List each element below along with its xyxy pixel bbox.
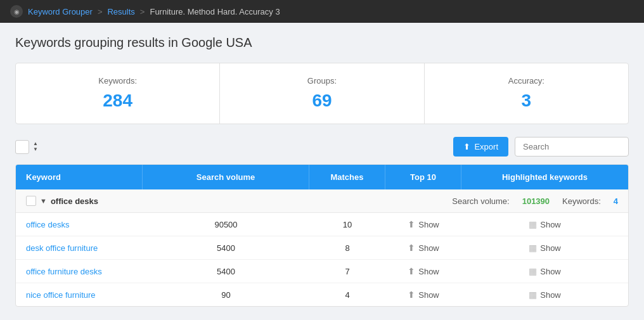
col-search-volume: Search volume (143, 165, 309, 189)
breadcrumb: ◉ Keyword Grouper > Results > Furniture.… (0, 0, 644, 23)
top10-show-label: Show (418, 220, 439, 229)
image-icon: ▦ (529, 290, 537, 300)
group-search-volume-label: Search volume: (452, 196, 509, 206)
stat-accuracy: Accuracy: 3 (425, 63, 628, 124)
keyword-link[interactable]: office desks (26, 220, 69, 229)
table-row: office furniture desks 5400 7 ⬆ Show ▦ S… (16, 260, 628, 283)
export-icon: ⬆ (463, 142, 470, 151)
cell-search-volume: 5400 (143, 237, 309, 259)
cell-highlighted[interactable]: ▦ Show (461, 283, 628, 306)
upload-icon: ⬆ (408, 219, 415, 229)
upload-icon: ⬆ (408, 243, 415, 253)
table-row: nice office furniture 90 4 ⬆ Show ▦ Show (16, 283, 628, 306)
main-content: Keywords grouping results in Google USA … (0, 23, 644, 319)
top10-show-btn[interactable]: ⬆ Show (396, 243, 451, 253)
cell-keyword: nice office furniture (16, 284, 143, 306)
group-search-volume-value: 101390 (522, 196, 550, 206)
breadcrumb-current: Furniture. Method Hard. Accuracy 3 (150, 7, 280, 16)
nav-icon: ◉ (10, 5, 23, 18)
top10-show-label: Show (418, 267, 439, 276)
table-header: Keyword Search volume Matches Top 10 Hig… (16, 165, 628, 189)
breadcrumb-sep2: > (140, 7, 145, 16)
export-label: Export (474, 142, 498, 151)
highlighted-show-btn[interactable]: ▦ Show (472, 266, 618, 276)
image-icon: ▦ (529, 219, 537, 229)
col-top10: Top 10 (385, 165, 461, 189)
group-meta: Search volume: 101390 Keywords: 4 (452, 196, 618, 206)
sort-arrows[interactable]: ▲ ▼ (33, 141, 38, 152)
cell-keyword: office furniture desks (16, 260, 143, 283)
stat-keywords: Keywords: 284 (16, 63, 220, 124)
keyword-link[interactable]: office furniture desks (26, 267, 102, 276)
stat-groups: Groups: 69 (220, 63, 424, 124)
group-keywords-label: Keywords: (562, 196, 601, 206)
cell-search-volume: 5400 (143, 260, 309, 283)
table-row: desk office furniture 5400 8 ⬆ Show ▦ Sh… (16, 236, 628, 260)
col-highlighted: Highlighted keywords (461, 165, 628, 189)
upload-icon: ⬆ (408, 290, 415, 300)
toolbar-right: ⬆ Export (453, 137, 629, 157)
group-arrow-icon[interactable]: ▼ (40, 197, 47, 205)
stats-card: Keywords: 284 Groups: 69 Accuracy: 3 (15, 63, 629, 124)
stat-groups-value: 69 (233, 91, 411, 111)
highlighted-show-label: Show (540, 267, 561, 276)
highlighted-show-label: Show (540, 290, 561, 300)
top10-show-btn[interactable]: ⬆ Show (396, 219, 451, 229)
group-header: ▼ office desks Search volume: 101390 Key… (16, 189, 628, 213)
select-all-checkbox[interactable] (15, 140, 29, 154)
breadcrumb-root[interactable]: Keyword Grouper (28, 7, 93, 16)
highlighted-show-label: Show (540, 243, 561, 253)
table-row: office desks 90500 10 ⬆ Show ▦ Show (16, 213, 628, 236)
highlighted-show-btn[interactable]: ▦ Show (472, 290, 618, 300)
cell-matches: 10 (309, 214, 385, 236)
cell-highlighted[interactable]: ▦ Show (461, 236, 628, 259)
highlighted-show-btn[interactable]: ▦ Show (472, 243, 618, 253)
cell-highlighted[interactable]: ▦ Show (461, 260, 628, 283)
stat-accuracy-label: Accuracy: (437, 76, 615, 86)
toolbar-left: ▲ ▼ (15, 140, 38, 154)
group-name: office desks (51, 196, 98, 206)
image-icon: ▦ (529, 266, 537, 276)
stat-accuracy-value: 3 (437, 91, 615, 111)
toolbar: ▲ ▼ ⬆ Export (15, 137, 629, 157)
cell-search-volume: 90500 (143, 214, 309, 236)
highlighted-show-btn[interactable]: ▦ Show (472, 219, 618, 229)
page-title: Keywords grouping results in Google USA (15, 35, 629, 50)
keyword-link[interactable]: nice office furniture (26, 290, 96, 300)
sort-down-icon: ▼ (33, 147, 38, 152)
keyword-link[interactable]: desk office furniture (26, 243, 98, 253)
top10-show-label: Show (418, 290, 439, 300)
cell-top10[interactable]: ⬆ Show (385, 260, 461, 283)
cell-keyword: desk office furniture (16, 237, 143, 259)
cell-search-volume: 90 (143, 284, 309, 306)
sort-up-icon: ▲ (33, 141, 38, 146)
cell-top10[interactable]: ⬆ Show (385, 283, 461, 306)
top10-show-label: Show (418, 243, 439, 253)
search-input[interactable] (515, 137, 629, 157)
top10-show-btn[interactable]: ⬆ Show (396, 290, 451, 300)
export-button[interactable]: ⬆ Export (453, 137, 508, 157)
cell-matches: 8 (309, 237, 385, 259)
cell-highlighted[interactable]: ▦ Show (461, 213, 628, 236)
breadcrumb-sep1: > (98, 7, 103, 16)
results-table: Keyword Search volume Matches Top 10 Hig… (15, 164, 629, 307)
top10-show-btn[interactable]: ⬆ Show (396, 266, 451, 276)
upload-icon: ⬆ (408, 266, 415, 276)
cell-top10[interactable]: ⬆ Show (385, 213, 461, 236)
stat-keywords-label: Keywords: (29, 76, 207, 86)
highlighted-show-label: Show (540, 220, 561, 229)
col-matches: Matches (309, 165, 385, 189)
stat-groups-label: Groups: (233, 76, 411, 86)
group-keywords-value: 4 (614, 196, 618, 206)
stat-keywords-value: 284 (29, 91, 207, 111)
cell-keyword: office desks (16, 214, 143, 236)
image-icon: ▦ (529, 243, 537, 253)
cell-matches: 4 (309, 284, 385, 306)
col-keyword: Keyword (16, 165, 143, 189)
group-checkbox[interactable] (26, 196, 36, 206)
cell-matches: 7 (309, 260, 385, 283)
breadcrumb-results[interactable]: Results (107, 7, 134, 16)
cell-top10[interactable]: ⬆ Show (385, 236, 461, 259)
